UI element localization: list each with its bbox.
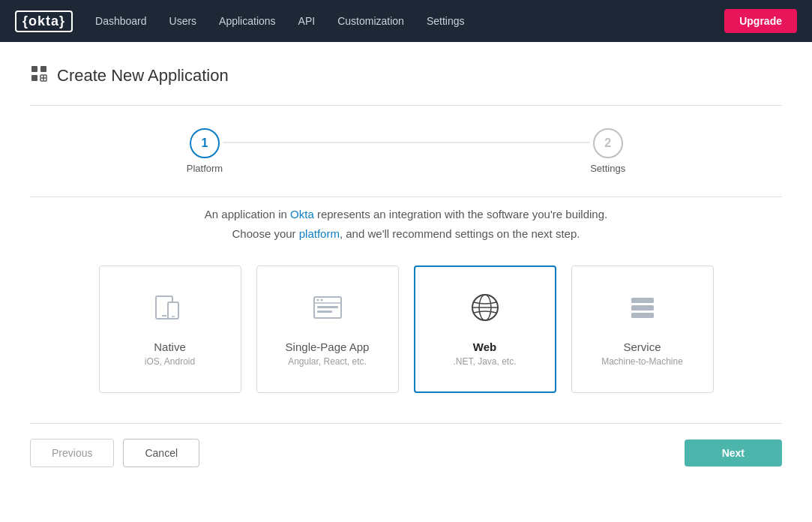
- svg-rect-15: [317, 306, 338, 308]
- service-title: Service: [623, 340, 661, 353]
- svg-rect-2: [31, 75, 37, 81]
- navbar: {okta} Dashboard Users Applications API …: [0, 0, 812, 42]
- stepper-divider: [30, 196, 782, 197]
- step-1: 1 Platform: [187, 128, 223, 174]
- svg-rect-22: [631, 313, 654, 318]
- footer-left: Previous Cancel: [30, 439, 199, 467]
- description: An application in Okta represents an int…: [30, 205, 782, 243]
- nav-dashboard[interactable]: Dashboard: [95, 15, 147, 27]
- step-2-label: Settings: [590, 163, 625, 174]
- step-2: 2 Settings: [590, 128, 625, 174]
- page-header: Create New Application: [30, 64, 782, 87]
- stepper: 1 Platform 2 Settings: [30, 106, 782, 196]
- nav-applications[interactable]: Applications: [219, 15, 276, 27]
- nav-users[interactable]: Users: [169, 15, 197, 27]
- web-subtitle: .NET, Java, etc.: [453, 356, 516, 367]
- footer-actions: Previous Cancel Next: [30, 424, 782, 482]
- cancel-button[interactable]: Cancel: [123, 439, 199, 467]
- stepper-line: [223, 142, 590, 142]
- native-subtitle: iOS, Android: [145, 356, 195, 367]
- native-card[interactable]: Native iOS, Android: [99, 266, 241, 393]
- web-title: Web: [473, 340, 496, 353]
- spa-subtitle: Angular, React, etc.: [288, 356, 367, 367]
- upgrade-button[interactable]: Upgrade: [724, 9, 797, 33]
- service-subtitle: Machine-to-Machine: [601, 356, 683, 367]
- svg-rect-16: [317, 310, 332, 313]
- service-icon: [627, 292, 658, 330]
- page-content: Create New Application 1 Platform 2 Sett…: [0, 42, 812, 522]
- description-line1: An application in Okta represents an int…: [30, 205, 782, 224]
- web-icon: [469, 292, 501, 330]
- step-1-circle: 1: [190, 128, 220, 158]
- svg-point-14: [320, 299, 322, 302]
- okta-highlight: Okta: [290, 208, 314, 220]
- nav-customization[interactable]: Customization: [337, 15, 404, 27]
- svg-rect-20: [631, 298, 654, 303]
- previous-button: Previous: [30, 439, 114, 467]
- native-title: Native: [154, 340, 186, 353]
- svg-rect-21: [631, 305, 654, 310]
- create-app-icon: [30, 64, 48, 87]
- nav-api[interactable]: API: [298, 15, 316, 27]
- nav-settings[interactable]: Settings: [427, 15, 465, 27]
- step-2-circle: 2: [593, 128, 623, 158]
- next-button[interactable]: Next: [685, 440, 782, 466]
- svg-rect-1: [40, 66, 46, 72]
- spa-icon: [312, 292, 343, 330]
- spa-card[interactable]: Single-Page App Angular, React, etc.: [256, 266, 399, 393]
- okta-logo: {okta}: [15, 10, 73, 32]
- step-1-label: Platform: [187, 163, 223, 174]
- description-line2: Choose your platform, and we'll recommen…: [30, 224, 782, 244]
- svg-rect-0: [31, 66, 37, 72]
- spa-title: Single-Page App: [286, 340, 370, 353]
- service-card[interactable]: Service Machine-to-Machine: [571, 266, 714, 393]
- svg-point-13: [316, 299, 319, 302]
- platform-highlight: platform: [299, 227, 340, 240]
- native-icon: [154, 292, 186, 330]
- page-title: Create New Application: [57, 66, 229, 86]
- nav-links: Dashboard Users Applications API Customi…: [95, 15, 724, 27]
- web-card[interactable]: Web .NET, Java, etc.: [414, 266, 556, 393]
- platform-cards: Native iOS, Android Single-Page App Angu…: [30, 266, 782, 393]
